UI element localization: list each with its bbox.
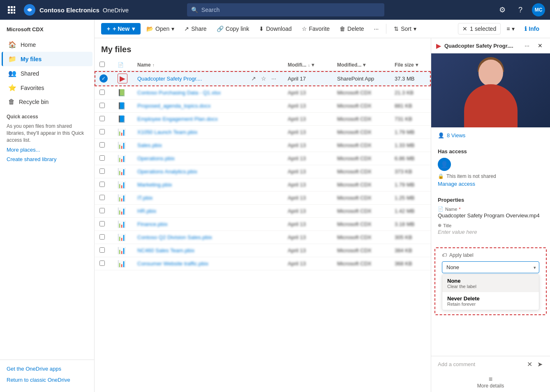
- label-select[interactable]: None Never Delete: [442, 261, 539, 273]
- row-checkbox-cell[interactable]: [95, 152, 113, 165]
- info-button[interactable]: ℹ Info: [520, 23, 543, 35]
- file-name-text[interactable]: Quadcopter Safety Progr....: [137, 76, 202, 82]
- col-name-header[interactable]: Name ↑: [132, 59, 283, 71]
- return-classic-link[interactable]: Return to classic OneDrive: [0, 374, 94, 385]
- col-modifiedby-header[interactable]: Modified... ▾: [332, 59, 390, 71]
- row-checkbox-cell[interactable]: [95, 139, 113, 152]
- view-toggle-button[interactable]: ≡ ▾: [502, 23, 519, 35]
- sidebar-item-home[interactable]: 🏠 Home: [2, 37, 92, 52]
- title-prop-value[interactable]: Enter value here: [438, 229, 543, 235]
- row-checkbox[interactable]: [99, 182, 105, 187]
- row-checkbox[interactable]: [99, 90, 105, 95]
- sidebar-item-shared[interactable]: 👥 Shared: [2, 66, 92, 81]
- favorite-row-button[interactable]: ☆: [259, 74, 268, 83]
- info-panel-more-button[interactable]: ···: [522, 42, 532, 50]
- file-name-text[interactable]: Marketing.pbix: [137, 182, 172, 188]
- select-all-checkbox[interactable]: [99, 62, 105, 67]
- app-logo[interactable]: Contoso Electronics OneDrive: [23, 3, 129, 16]
- row-name-cell[interactable]: Employee Engagement Plan.docx: [132, 113, 283, 126]
- file-name-text[interactable]: Contoso Purchasing Data - Q1.xlsx: [137, 90, 221, 96]
- file-name-text[interactable]: IT.pbix: [137, 195, 153, 201]
- file-name-text[interactable]: Sales.pbix: [137, 142, 162, 148]
- row-checkbox-cell[interactable]: [95, 257, 113, 270]
- download-button[interactable]: ⬇ Download: [255, 23, 296, 35]
- col-size-header[interactable]: File size ▾: [390, 59, 431, 71]
- sidebar-item-favorites[interactable]: ⭐ Favorites: [2, 81, 92, 95]
- col-modified-header[interactable]: Modifi... ↓ ▾: [283, 59, 332, 71]
- new-button[interactable]: + + New ▾: [101, 23, 141, 35]
- row-name-cell[interactable]: Contoso Purchasing Data - Q1.xlsx: [132, 86, 283, 99]
- row-checkbox[interactable]: [99, 168, 105, 174]
- row-checkbox-cell[interactable]: [95, 191, 113, 205]
- share-button[interactable]: ↗ Share: [180, 23, 210, 35]
- table-row[interactable]: 📊 Sales.pbix April 13Microsoft CDX1.33 M…: [95, 139, 431, 152]
- more-places-link[interactable]: More places...: [0, 145, 94, 154]
- search-input[interactable]: [201, 7, 380, 13]
- views-count[interactable]: 👤 8 Views: [438, 132, 543, 138]
- table-row[interactable]: 📊 IT.pbix April 13Microsoft CDX1.25 MB: [95, 191, 431, 205]
- row-checkbox-cell[interactable]: [95, 126, 113, 139]
- row-name-cell[interactable]: Finance.pbix: [132, 218, 283, 231]
- file-list-container[interactable]: My files 📄 Name: [95, 38, 431, 392]
- row-name-cell[interactable]: NC460 Sales Team.pbix: [132, 244, 283, 257]
- comment-input[interactable]: [438, 361, 523, 367]
- row-name-cell[interactable]: Marketing.pbix: [132, 178, 283, 191]
- row-checkbox-cell[interactable]: [95, 218, 113, 231]
- table-row[interactable]: 📊 Marketing.pbix April 13Microsoft CDX1.…: [95, 178, 431, 191]
- row-checkbox[interactable]: [99, 116, 105, 121]
- row-checkbox-cell[interactable]: [95, 244, 113, 257]
- row-checkbox-cell[interactable]: [95, 165, 113, 178]
- file-name-text[interactable]: NC460 Sales Team.pbix: [137, 247, 194, 254]
- row-more-button[interactable]: ···: [270, 74, 278, 83]
- row-name-cell[interactable]: Operations Analytics.pbix: [132, 165, 283, 178]
- comment-send-button[interactable]: ➤: [536, 360, 543, 369]
- row-name-cell[interactable]: HR.pbix: [132, 205, 283, 218]
- get-onedrive-apps-link[interactable]: Get the OneDrive apps: [0, 363, 94, 374]
- file-name-text[interactable]: HR.pbix: [137, 208, 156, 214]
- table-row[interactable]: 📗 Contoso Purchasing Data - Q1.xlsx Apri…: [95, 86, 431, 99]
- col-check-header[interactable]: [95, 59, 113, 71]
- table-row[interactable]: 📊 NC460 Sales Team.pbix April 13Microsof…: [95, 244, 431, 257]
- file-name-text[interactable]: Proposed_agenda_topics.docx: [137, 103, 211, 109]
- row-name-cell[interactable]: IT.pbix: [132, 191, 283, 205]
- row-checkbox[interactable]: [99, 155, 105, 161]
- row-checkbox-cell[interactable]: ✓: [95, 71, 113, 86]
- search-box[interactable]: 🔍: [187, 3, 384, 16]
- selected-button[interactable]: ✕ 1 selected: [458, 23, 501, 35]
- table-row[interactable]: 📘 Proposed_agenda_topics.docx April 13Mi…: [95, 99, 431, 113]
- sidebar-item-myfiles[interactable]: 📁 My files: [2, 52, 92, 66]
- row-checkbox[interactable]: [99, 142, 105, 148]
- file-name-text[interactable]: Finance.pbix: [137, 221, 168, 227]
- row-checkbox[interactable]: [99, 195, 105, 200]
- waffle-button[interactable]: [5, 3, 18, 16]
- table-row[interactable]: 📊 Operations Analytics.pbix April 13Micr…: [95, 165, 431, 178]
- favorite-button[interactable]: ☆ Favorite: [298, 23, 334, 35]
- settings-button[interactable]: ⚙: [496, 3, 509, 16]
- row-checkbox[interactable]: [99, 103, 105, 108]
- help-button[interactable]: ?: [514, 3, 527, 16]
- sidebar-item-recyclebin[interactable]: 🗑 Recycle bin: [2, 95, 92, 109]
- table-row[interactable]: 📊 Consumer Website traffic.pbix April 13…: [95, 257, 431, 270]
- more-button[interactable]: ···: [370, 23, 383, 35]
- delete-button[interactable]: 🗑 Delete: [335, 23, 368, 35]
- row-checkbox-cell[interactable]: [95, 86, 113, 99]
- row-checkbox[interactable]: [99, 247, 105, 253]
- table-row[interactable]: 📊 HR.pbix April 13Microsoft CDX1.42 MB: [95, 205, 431, 218]
- file-name-text[interactable]: Operations.pbix: [137, 155, 175, 161]
- user-avatar[interactable]: MC: [532, 3, 545, 16]
- row-checkbox-cell[interactable]: [95, 178, 113, 191]
- row-name-cell[interactable]: Operations.pbix: [132, 152, 283, 165]
- copy-link-button[interactable]: 🔗 Copy link: [213, 23, 254, 35]
- file-name-text[interactable]: X1050 Launch Team.pbix: [137, 129, 197, 135]
- file-name-text[interactable]: Operations Analytics.pbix: [137, 168, 197, 175]
- row-checkbox-cell[interactable]: [95, 99, 113, 113]
- open-in-tab-button[interactable]: ↗: [250, 74, 258, 83]
- row-checkbox-cell[interactable]: [95, 113, 113, 126]
- file-name-text[interactable]: Employee Engagement Plan.docx: [137, 116, 218, 122]
- table-row[interactable]: 📊 X1050 Launch Team.pbix April 13Microso…: [95, 126, 431, 139]
- row-name-cell[interactable]: Quadcopter Safety Progr.... ↗ ☆ ···: [132, 71, 283, 86]
- row-checkbox[interactable]: [99, 261, 105, 266]
- row-name-cell[interactable]: Consumer Website traffic.pbix: [132, 257, 283, 270]
- file-name-text[interactable]: Contoso Q2 Division Sales.pbix: [137, 234, 212, 240]
- row-name-cell[interactable]: Proposed_agenda_topics.docx: [132, 99, 283, 113]
